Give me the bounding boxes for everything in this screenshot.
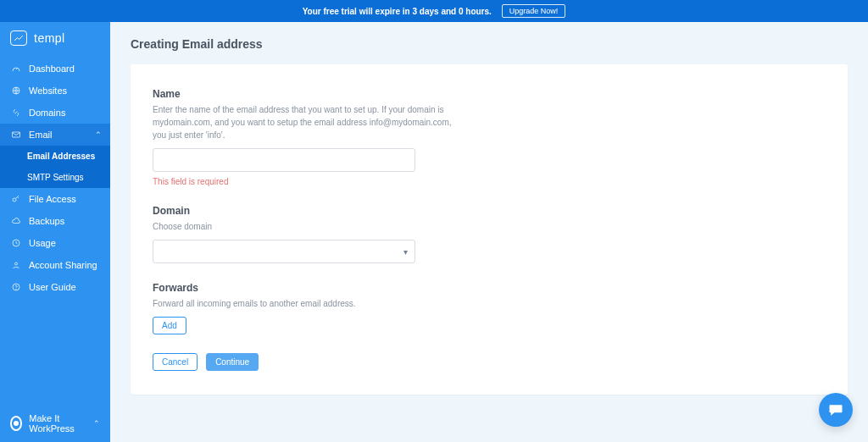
forwards-label: Forwards bbox=[153, 282, 826, 294]
sidebar-item-user-guide[interactable]: User Guide bbox=[0, 276, 110, 298]
sidebar-item-email-addresses[interactable]: Email Addresses bbox=[0, 146, 110, 167]
domain-select[interactable]: ▾ bbox=[153, 240, 415, 263]
name-error: This field is required bbox=[153, 177, 826, 186]
sidebar-item-label: User Guide bbox=[29, 282, 76, 292]
domain-field: Domain Choose domain ▾ bbox=[153, 205, 826, 263]
brand-logo-icon bbox=[10, 30, 27, 46]
sidebar-item-smtp-settings[interactable]: SMTP Settings bbox=[0, 167, 110, 188]
banner-text: Your free trial will expire in 3 days an… bbox=[303, 7, 492, 16]
cloud-icon bbox=[10, 216, 22, 226]
svg-rect-1 bbox=[13, 132, 20, 137]
key-icon bbox=[10, 194, 22, 204]
name-label: Name bbox=[153, 88, 826, 100]
sidebar-item-domains[interactable]: Domains bbox=[0, 102, 110, 124]
name-field: Name Enter the name of the email address… bbox=[153, 88, 826, 186]
sidebar-item-label: Usage bbox=[29, 238, 56, 248]
nav: Dashboard Websites Domains Email ⌃ Email… bbox=[0, 58, 110, 405]
sidebar-item-account-sharing[interactable]: Account Sharing bbox=[0, 254, 110, 276]
sidebar-item-email[interactable]: Email ⌃ bbox=[0, 124, 110, 146]
link-icon bbox=[10, 108, 22, 118]
svg-point-2 bbox=[13, 198, 16, 202]
globe-icon bbox=[10, 86, 22, 96]
svg-point-4 bbox=[15, 262, 18, 265]
chevron-up-icon: ⌃ bbox=[93, 419, 100, 428]
sidebar-item-backups[interactable]: Backups bbox=[0, 210, 110, 232]
trial-banner: Your free trial will expire in 3 days an… bbox=[0, 0, 868, 22]
org-icon bbox=[10, 416, 22, 431]
sidebar-item-label: Email Addresses bbox=[27, 152, 95, 161]
page-title: Creating Email address bbox=[131, 37, 848, 51]
chat-launcher[interactable] bbox=[819, 393, 853, 427]
sidebar-item-label: SMTP Settings bbox=[27, 173, 84, 182]
sidebar-item-label: Dashboard bbox=[29, 64, 75, 74]
sidebar-item-label: Domains bbox=[29, 108, 65, 118]
sidebar-item-usage[interactable]: Usage bbox=[0, 232, 110, 254]
clock-icon bbox=[10, 238, 22, 248]
name-help: Enter the name of the email address that… bbox=[153, 103, 466, 141]
mail-icon bbox=[10, 130, 22, 140]
caret-down-icon: ▾ bbox=[403, 247, 408, 257]
forwards-help: Forward all incoming emails to another e… bbox=[153, 297, 466, 310]
sidebar-footer[interactable]: Make It WorkPress ⌃ bbox=[0, 405, 110, 442]
sidebar-item-dashboard[interactable]: Dashboard bbox=[0, 58, 110, 80]
sidebar-item-label: Backups bbox=[29, 216, 64, 226]
form-card: Name Enter the name of the email address… bbox=[131, 64, 848, 395]
user-icon bbox=[10, 260, 22, 270]
chat-icon bbox=[827, 401, 844, 418]
name-input[interactable] bbox=[153, 148, 415, 172]
sidebar-footer-label: Make It WorkPress bbox=[29, 413, 86, 434]
cancel-button[interactable]: Cancel bbox=[153, 353, 198, 371]
gauge-icon bbox=[10, 64, 22, 74]
chevron-up-icon: ⌃ bbox=[95, 130, 102, 139]
brand[interactable]: templ bbox=[0, 22, 110, 58]
form-actions: Cancel Continue bbox=[153, 353, 826, 371]
main: Creating Email address Name Enter the na… bbox=[110, 22, 868, 442]
sidebar-item-label: Account Sharing bbox=[29, 260, 97, 270]
upgrade-button[interactable]: Upgrade Now! bbox=[502, 4, 566, 18]
forwards-field: Forwards Forward all incoming emails to … bbox=[153, 282, 826, 334]
add-forward-button[interactable]: Add bbox=[153, 317, 186, 334]
sidebar-item-websites[interactable]: Websites bbox=[0, 80, 110, 102]
sidebar-item-label: File Access bbox=[29, 194, 76, 204]
sidebar-item-label: Websites bbox=[29, 86, 67, 96]
brand-name: templ bbox=[34, 31, 65, 45]
help-icon bbox=[10, 282, 22, 292]
sidebar-item-label: Email bbox=[29, 130, 53, 140]
continue-button[interactable]: Continue bbox=[206, 353, 259, 371]
sidebar-item-file-access[interactable]: File Access bbox=[0, 188, 110, 210]
svg-point-6 bbox=[16, 289, 17, 290]
domain-help: Choose domain bbox=[153, 220, 466, 233]
sidebar: templ Dashboard Websites Domains Email ⌃… bbox=[0, 22, 110, 442]
domain-label: Domain bbox=[153, 205, 826, 217]
